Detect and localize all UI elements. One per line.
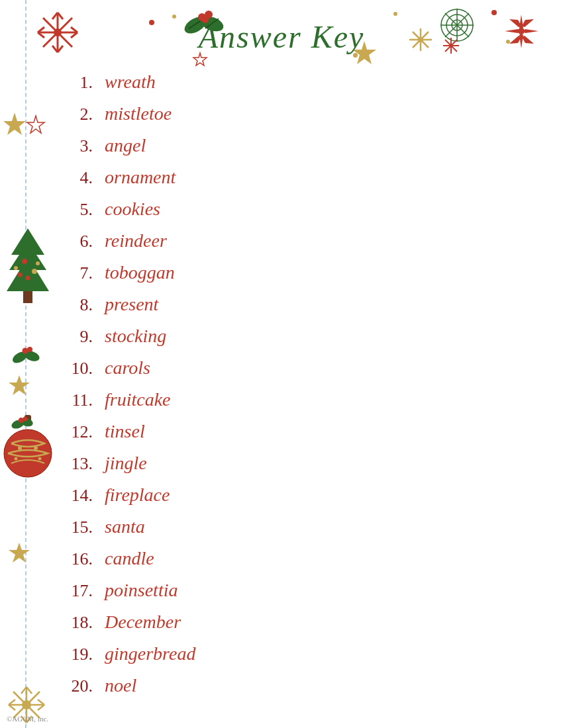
answer-number-11: 11. [53,387,93,413]
answer-number-3: 3. [53,133,93,159]
answer-item-1: 1.wreath [53,68,563,96]
answer-word-17: poinsettia [105,576,178,604]
svg-line-86 [9,705,15,710]
answer-word-5: cookies [105,195,160,223]
answer-word-14: fireplace [105,481,170,509]
answer-word-7: toboggan [105,259,175,287]
answer-word-6: reindeer [105,227,167,255]
svg-line-88 [38,705,44,710]
page: Answer Key 1.wreath2.mistletoe3.angel4.o… [0,0,563,728]
answer-word-3: angel [105,132,146,159]
svg-point-80 [22,700,31,709]
answer-item-3: 3.angel [53,132,563,159]
answer-number-14: 14. [53,482,93,508]
svg-line-84 [26,716,32,723]
answer-number-2: 2. [53,101,93,127]
answer-number-6: 6. [53,228,93,254]
answer-item-8: 8.present [53,291,563,318]
answer-number-7: 7. [53,260,93,286]
answer-number-18: 18. [53,610,93,635]
answer-number-5: 5. [53,197,93,222]
answer-item-12: 12.tinsel [53,418,563,445]
answer-item-15: 15.santa [53,513,563,541]
svg-line-85 [9,700,15,705]
answer-number-4: 4. [53,165,93,191]
answer-item-9: 9.stocking [53,322,563,350]
answer-item-20: 20.noel [53,672,563,700]
answer-item-2: 2.mistletoe [53,100,563,128]
svg-line-87 [38,700,44,705]
answer-number-15: 15. [53,514,93,540]
answer-item-13: 13.jingle [53,449,563,477]
answer-number-20: 20. [53,673,93,699]
answer-number-13: 13. [53,451,93,477]
answer-word-19: gingerbread [105,640,195,668]
answer-word-1: wreath [105,68,156,96]
answer-number-19: 19. [53,641,93,667]
answer-item-5: 5.cookies [53,195,563,223]
answer-word-2: mistletoe [105,100,172,128]
answer-word-16: candle [105,545,154,572]
answer-number-10: 10. [53,355,93,381]
answer-word-13: jingle [105,449,147,477]
title-area: Answer Key [0,0,563,62]
answer-item-16: 16.candle [53,545,563,572]
answer-item-17: 17.poinsettia [53,576,563,604]
answer-word-11: fruitcake [105,386,171,414]
page-title: Answer Key [199,19,365,54]
dotted-border [25,0,26,728]
answer-item-18: 18.December [53,608,563,636]
copyright: ©AGCM, inc. [7,715,48,723]
answer-word-8: present [105,291,158,318]
answer-word-9: stocking [105,322,166,350]
answer-number-9: 9. [53,324,93,349]
answer-item-14: 14.fireplace [53,481,563,509]
answer-number-12: 12. [53,419,93,445]
answer-item-6: 6.reindeer [53,227,563,255]
answer-word-20: noel [105,672,136,700]
answer-word-12: tinsel [105,418,145,445]
answer-number-17: 17. [53,578,93,604]
answer-item-10: 10.carols [53,354,563,382]
answer-word-10: carols [105,354,150,382]
answer-word-4: ornament [105,163,176,191]
answer-number-8: 8. [53,292,93,318]
answer-list: 1.wreath2.mistletoe3.angel4.ornament5.co… [0,62,563,700]
answer-item-4: 4.ornament [53,163,563,191]
answer-number-1: 1. [53,69,93,95]
answer-item-11: 11.fruitcake [53,386,563,414]
answer-item-19: 19.gingerbread [53,640,563,668]
answer-word-15: santa [105,513,145,541]
answer-number-16: 16. [53,546,93,572]
answer-item-7: 7.toboggan [53,259,563,287]
answer-word-18: December [105,608,181,636]
